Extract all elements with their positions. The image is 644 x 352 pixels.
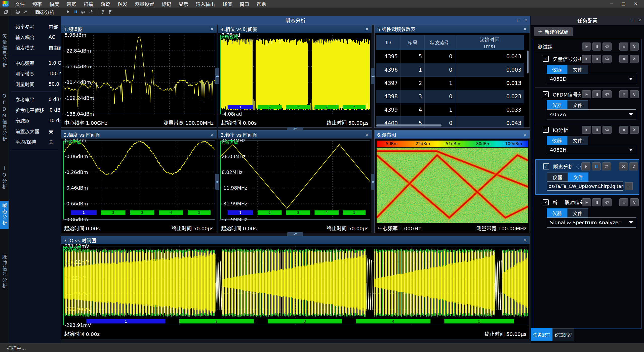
loop-button[interactable]: [602, 55, 612, 63]
play-button[interactable]: [582, 198, 591, 206]
remove-button[interactable]: [619, 42, 628, 51]
menu-item[interactable]: 峰值: [219, 1, 236, 7]
panel-titlebar[interactable]: 3.频率 vs 时间图 ×: [218, 130, 372, 139]
play-button[interactable]: [582, 90, 591, 98]
flag-icon[interactable]: [106, 8, 114, 15]
close-icon[interactable]: ×: [524, 18, 528, 23]
menu-item[interactable]: 扫描: [80, 1, 97, 7]
menu-item[interactable]: 帮助: [253, 1, 270, 7]
splitter-handle[interactable]: ◀▶: [371, 174, 375, 190]
close-icon[interactable]: ×: [365, 132, 369, 137]
param-row[interactable]: 输入耦合AC: [9, 32, 61, 42]
menu-item[interactable]: 输入输出: [192, 1, 219, 7]
panel-titlebar[interactable]: 4.相位 vs 时间图 ×: [218, 25, 372, 33]
file-path-input[interactable]: os/Ta/Ta_CW_UpDownChirp.iq.tar: [547, 182, 623, 191]
sidebar-tab-3[interactable]: IQ分析: [0, 163, 9, 193]
maximize-icon[interactable]: □: [621, 1, 625, 6]
param-row[interactable]: 频率参考内部: [9, 21, 61, 32]
table-header-cell[interactable]: 序号: [400, 35, 425, 50]
play-button[interactable]: [582, 55, 591, 63]
param-row[interactable]: 测量带宽100 MHz: [9, 68, 61, 79]
checkbox[interactable]: ✓: [543, 56, 549, 62]
table-header-cell[interactable]: ID: [376, 35, 400, 50]
remove-button[interactable]: [619, 55, 628, 63]
minimize-icon[interactable]: ─: [610, 1, 613, 6]
splitter-handle[interactable]: ◀▶: [215, 68, 219, 84]
close-icon[interactable]: ×: [365, 26, 369, 32]
play-button[interactable]: [581, 162, 590, 170]
instrument-dropdown[interactable]: 4082H: [547, 145, 636, 155]
instrument-dropdown[interactable]: 4052D: [547, 74, 636, 84]
menu-item[interactable]: 带宽: [63, 1, 80, 7]
menu-item[interactable]: 幅度: [46, 1, 63, 7]
param-row[interactable]: 衰减器10 dB: [9, 115, 61, 126]
checkbox[interactable]: ✓: [543, 199, 549, 205]
table-row[interactable]: 4395500.043: [376, 50, 524, 63]
tab-file[interactable]: 文件: [567, 136, 588, 145]
vertical-scrollbar[interactable]: [527, 51, 529, 73]
task-item[interactable]: ✓OFDM信号分析仪器文件4052A: [535, 87, 639, 123]
panel-titlebar[interactable]: 1.频谱图 ×: [61, 25, 217, 33]
pause-button[interactable]: [592, 90, 601, 98]
close-icon[interactable]: ✕: [634, 1, 637, 6]
loop-once-icon[interactable]: [87, 8, 95, 15]
print-icon[interactable]: [14, 8, 21, 15]
workspace-titlebar[interactable]: 瞬态分析 □ ×: [61, 16, 530, 25]
table-header-cell[interactable]: 状态索引: [425, 35, 455, 50]
sidebar-tab-1[interactable]: 矢量信号分析: [0, 31, 9, 71]
loop-button[interactable]: [602, 90, 612, 98]
collapse-button[interactable]: [630, 90, 639, 98]
remove-button[interactable]: [619, 126, 628, 134]
collapse-button[interactable]: [629, 162, 638, 170]
splitter-handle[interactable]: ◀▶: [371, 68, 375, 84]
loop-button[interactable]: [602, 126, 612, 134]
table-row[interactable]: 4399410.033: [376, 103, 524, 117]
tab-instrument[interactable]: 仪器: [547, 172, 568, 182]
horizontal-scrollbar[interactable]: [376, 124, 441, 126]
task-panel-titlebar[interactable]: 任务配置 □ ×: [531, 16, 644, 25]
tab-task-config[interactable]: 任务配置: [531, 328, 552, 341]
close-icon[interactable]: ×: [210, 132, 214, 137]
pause-button[interactable]: [592, 42, 601, 51]
close-icon[interactable]: ×: [523, 237, 527, 243]
pause-button[interactable]: [592, 126, 601, 134]
new-test-group-button[interactable]: + 新建测试组: [534, 27, 573, 36]
fit-window-icon[interactable]: [21, 8, 29, 15]
remove-button[interactable]: [619, 90, 628, 98]
splitter-handle[interactable]: ▲▼: [287, 232, 303, 236]
pause-button[interactable]: [592, 55, 601, 63]
instrument-dropdown[interactable]: 4052A: [547, 109, 636, 119]
splitter-handle[interactable]: ◀▶: [215, 174, 219, 190]
play-button[interactable]: [582, 42, 591, 51]
tab-instrument[interactable]: 仪器: [547, 100, 567, 109]
tab-file[interactable]: 文件: [567, 100, 588, 109]
table-row[interactable]: 4396100.003: [376, 63, 524, 77]
menu-item[interactable]: 触发: [114, 1, 131, 7]
collapse-button[interactable]: [630, 198, 639, 206]
play-icon[interactable]: [64, 8, 72, 15]
loop-button[interactable]: [602, 198, 612, 206]
param-row[interactable]: 参考电平偏移0 dB: [9, 105, 61, 115]
sidebar-tab-2[interactable]: OFDM信号分析: [0, 91, 9, 145]
play-button[interactable]: [582, 126, 591, 134]
restore-window-icon[interactable]: [2, 8, 10, 15]
task-item[interactable]: ✓矢量信号分析仪器文件4052D: [535, 52, 639, 87]
tab-instrument[interactable]: 仪器: [547, 208, 567, 217]
tab-file[interactable]: 文件: [567, 208, 588, 217]
table-header-cell[interactable]: 起始时间 (ms): [455, 35, 524, 50]
menu-item[interactable]: 轨迹: [97, 1, 114, 7]
loop-button[interactable]: [602, 42, 612, 51]
table-row[interactable]: 4397210.013: [376, 77, 524, 90]
close-icon[interactable]: ×: [523, 26, 527, 32]
param-row[interactable]: 参考电平0 dBm: [9, 94, 61, 105]
float-icon[interactable]: □: [631, 18, 634, 23]
sidebar-tab-5[interactable]: 脉冲信号分析: [0, 252, 9, 292]
param-row[interactable]: 触发模式自由触发: [9, 42, 61, 53]
menu-item[interactable]: 频率: [28, 1, 46, 7]
menu-item[interactable]: 窗口: [236, 1, 253, 7]
param-row[interactable]: 测量时间50.0 μs: [9, 79, 61, 89]
float-icon[interactable]: □: [517, 18, 520, 23]
param-row[interactable]: 平均/保持关: [9, 136, 61, 147]
tab-file[interactable]: 文件: [568, 172, 588, 182]
collapse-button[interactable]: [630, 126, 639, 134]
